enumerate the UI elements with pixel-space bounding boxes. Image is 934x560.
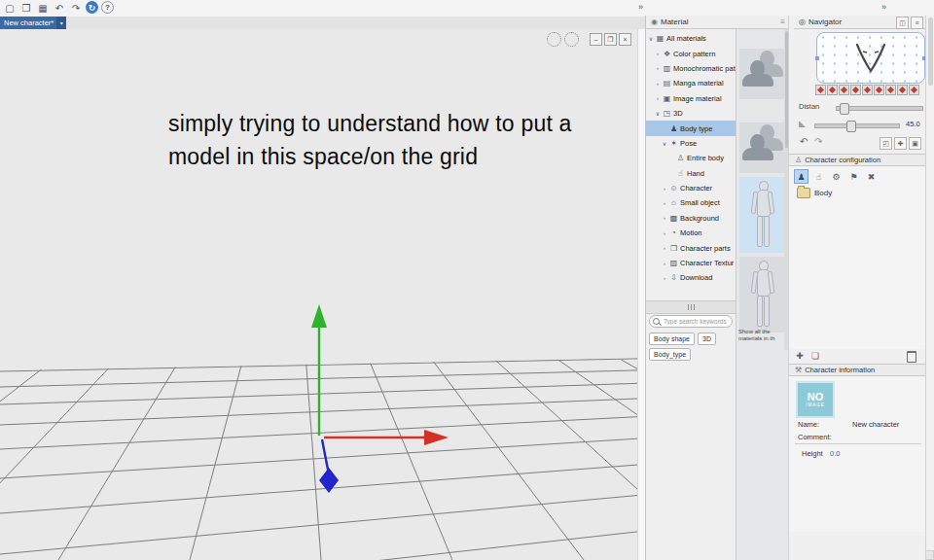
- grid-view-icon[interactable]: ▣: [909, 137, 921, 150]
- help-icon[interactable]: ?: [101, 1, 114, 14]
- material-panel-menu-icon[interactable]: ≡: [780, 18, 785, 26]
- distance-slider[interactable]: [836, 106, 923, 111]
- save-icon[interactable]: ▦: [36, 1, 50, 15]
- character-config-tools: ♟☝⚙⚑✖: [794, 169, 879, 184]
- tag-3d[interactable]: 3D: [698, 332, 716, 345]
- collapsed-expander-icon[interactable]: ›: [662, 245, 667, 251]
- expand-panel-icon[interactable]: ◫: [896, 17, 909, 29]
- tag-body-type[interactable]: Body_type: [649, 348, 691, 361]
- undo-icon[interactable]: ↶: [53, 1, 66, 15]
- camera-preset-left[interactable]: [839, 85, 849, 95]
- flag-config-icon[interactable]: ⚑: [846, 169, 861, 184]
- tree-item-character-textur[interactable]: ›▨Character Textur: [646, 256, 736, 270]
- delete-item-icon[interactable]: [907, 351, 916, 363]
- expanded-expander-icon[interactable]: ∨: [662, 140, 667, 147]
- fov-slider[interactable]: [814, 123, 900, 128]
- tree-item-character-parts[interactable]: ›❒Character parts: [646, 240, 736, 255]
- panel-splitter[interactable]: [646, 300, 736, 314]
- collapsed-expander-icon[interactable]: ›: [662, 200, 667, 206]
- add-material-icon[interactable]: ✚: [794, 350, 806, 362]
- collapsed-expander-icon[interactable]: ›: [655, 65, 661, 71]
- tree-item-download[interactable]: ›⇩Download: [646, 270, 736, 285]
- reset-view-icon[interactable]: ◰: [880, 137, 892, 150]
- tree-item-all-materials[interactable]: ∨▦All materials: [646, 31, 736, 46]
- camera-preset-right[interactable]: [850, 85, 861, 95]
- settings-view-icon[interactable]: [564, 32, 579, 47]
- collapsed-expander-icon[interactable]: ›: [655, 81, 661, 87]
- collapsed-expander-icon[interactable]: ›: [662, 261, 667, 266]
- expanded-expander-icon[interactable]: ∨: [655, 110, 661, 117]
- fov-slider-handle[interactable]: [846, 121, 856, 132]
- collapse-right-panel-icon[interactable]: »: [881, 2, 885, 12]
- panel-scrollbar[interactable]: [925, 16, 934, 550]
- tree-item-color-pattern[interactable]: ›❖Color pattern: [646, 46, 736, 60]
- tag-body-shape[interactable]: Body shape: [649, 332, 695, 345]
- camera-preset-persp-1[interactable]: [885, 85, 896, 95]
- tab-dropdown-icon[interactable]: ▾: [56, 17, 66, 29]
- config-item-body[interactable]: Body: [797, 188, 832, 198]
- new-file-icon[interactable]: ▢: [3, 1, 17, 15]
- tree-item-pose[interactable]: ∨✶Pose: [646, 136, 736, 151]
- register-material-icon[interactable]: ❏: [809, 350, 821, 362]
- camera-preset-top[interactable]: [862, 85, 873, 95]
- tree-item-entire-body[interactable]: ♙Entire body: [646, 151, 736, 165]
- material-thumbnail-bust[interactable]: [739, 49, 785, 99]
- material-panel-header[interactable]: ◉ Material ≡: [646, 16, 789, 29]
- camera-preset-persp-2[interactable]: [897, 85, 908, 95]
- character-config-header[interactable]: ♙ Character configuration: [789, 154, 930, 166]
- axis-gizmo[interactable]: [311, 304, 449, 493]
- tree-item-manga-material[interactable]: ›▤Manga material: [646, 76, 736, 90]
- tree-item-motion[interactable]: ›◔Motion: [646, 226, 736, 240]
- expanded-expander-icon[interactable]: ∨: [648, 35, 654, 42]
- camera-preset-bottom[interactable]: [874, 85, 884, 95]
- resize-grip[interactable]: [925, 550, 934, 560]
- navigator-preview[interactable]: [816, 32, 925, 84]
- sync-icon[interactable]: ↻: [86, 1, 98, 14]
- tree-item-small-object[interactable]: ›⌂Small object: [646, 195, 736, 210]
- add-view-icon[interactable]: ✚: [894, 137, 907, 150]
- tree-item-background[interactable]: ›▩Background: [646, 211, 736, 226]
- document-tab[interactable]: New character* ▾: [0, 17, 66, 29]
- camera-preset-front[interactable]: [815, 85, 826, 95]
- distance-slider-handle[interactable]: [840, 103, 849, 115]
- material-thumbnail-bust[interactable]: [739, 122, 785, 173]
- restore-view-icon[interactable]: ❐: [604, 33, 617, 46]
- x-axis-arrow[interactable]: [424, 430, 449, 445]
- delete-config-icon[interactable]: ✖: [864, 169, 879, 184]
- tree-item-3d[interactable]: ∨◳3D: [646, 106, 736, 121]
- show-all-materials-link[interactable]: Show all the materials in th: [738, 329, 787, 342]
- tree-item-character[interactable]: ›☺Character: [646, 181, 736, 195]
- view-redo-icon[interactable]: ↷: [814, 136, 822, 147]
- viewport-canvas[interactable]: simply trying to understand how to put a…: [0, 29, 637, 560]
- view-undo-icon[interactable]: ↶: [800, 136, 808, 147]
- collapsed-expander-icon[interactable]: ›: [662, 186, 667, 192]
- y-axis-arrow[interactable]: [311, 304, 327, 328]
- minimize-view-icon[interactable]: –: [590, 33, 602, 46]
- camera-preset-back[interactable]: [827, 85, 838, 95]
- tree-item-body-type[interactable]: ♟Body type: [646, 121, 736, 135]
- tree-item-monochromatic-pat[interactable]: ›▥Monochromatic pat: [646, 61, 736, 76]
- collapsed-expander-icon[interactable]: ›: [655, 95, 661, 101]
- close-view-icon[interactable]: ×: [619, 33, 631, 46]
- redo-icon[interactable]: ↷: [69, 1, 83, 15]
- camera-preset-persp-3[interactable]: [909, 85, 919, 95]
- body-config-icon[interactable]: ♟: [794, 169, 808, 184]
- collapsed-expander-icon[interactable]: ›: [655, 51, 661, 56]
- material-search-input[interactable]: [662, 317, 734, 326]
- panel-menu-icon[interactable]: ≡: [911, 17, 923, 29]
- tree-item-hand[interactable]: ☝Hand: [646, 166, 736, 181]
- hand-config-icon[interactable]: ☝: [811, 169, 826, 184]
- collapsed-expander-icon[interactable]: ›: [662, 215, 667, 221]
- character-thumbnail-no-image[interactable]: NO IMAGE: [796, 381, 835, 418]
- collapse-material-panel-icon[interactable]: »: [638, 2, 642, 12]
- material-thumbnail-body[interactable]: [739, 257, 785, 332]
- open-file-icon[interactable]: ❐: [19, 1, 33, 15]
- physics-config-icon[interactable]: ⚙: [829, 169, 844, 184]
- tree-item-image-material[interactable]: ›▣Image material: [646, 91, 736, 106]
- character-info-header[interactable]: ⚒ Character information: [789, 364, 930, 376]
- rotate-view-icon[interactable]: [547, 32, 561, 47]
- face-wireframe-icon: [851, 42, 890, 75]
- collapsed-expander-icon[interactable]: ›: [662, 230, 667, 236]
- collapsed-expander-icon[interactable]: ›: [662, 275, 667, 281]
- material-thumbnail-body[interactable]: [739, 177, 785, 253]
